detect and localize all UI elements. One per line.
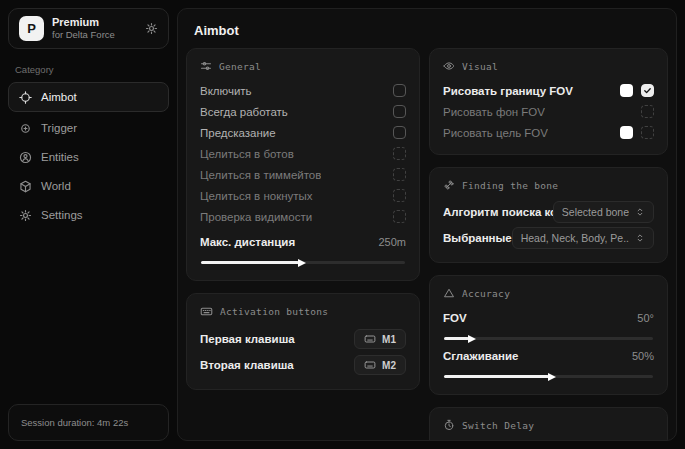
setting-label: Проверка видимости	[200, 211, 312, 223]
switch-delay-header: Switch Delay	[443, 419, 654, 431]
sidebar-item-label: Entities	[41, 151, 79, 163]
fov-border-color-swatch[interactable]	[620, 84, 633, 97]
settings-gear-icon	[19, 209, 32, 222]
second-key-value: M2	[382, 360, 396, 371]
keyboard-icon	[364, 359, 376, 371]
setting-label: Предсказание	[200, 127, 276, 139]
draw-fov-background-checkbox[interactable]	[641, 105, 654, 118]
general-header-label: General	[219, 61, 261, 72]
max-distance-block: Макс. дистанция 250m	[200, 231, 406, 264]
bones-header-label: Finding the bone	[462, 180, 558, 191]
setting-row-target-bots: Целиться в ботов	[200, 143, 406, 164]
crosshair-icon	[19, 91, 32, 104]
fov-slider[interactable]	[444, 337, 653, 340]
setting-label: Целиться в ботов	[200, 148, 294, 160]
selected-bones-value: Head, Neck, Body, Pe..	[521, 232, 629, 244]
draw-fov-target-checkbox[interactable]	[641, 126, 654, 139]
bone-algorithm-value: Selected bone	[562, 206, 629, 218]
visual-card: Visual Рисовать границу FOV Рисоват	[429, 48, 668, 155]
sidebar-item-aimbot[interactable]: Aimbot	[8, 82, 169, 112]
trigger-icon	[19, 122, 32, 135]
accuracy-card: Accuracy FOV 50° Сглаживание 50%	[429, 275, 668, 395]
draw-fov-background-label: Рисовать фон FOV	[443, 106, 545, 118]
enable-checkbox[interactable]	[393, 84, 406, 97]
gear-icon[interactable]	[145, 22, 158, 35]
smoothing-value: 50%	[632, 350, 654, 362]
world-icon	[19, 180, 32, 193]
sidebar-item-label: World	[41, 180, 71, 192]
session-duration: Session duration: 4m 22s	[8, 404, 169, 441]
draw-fov-border-checkbox[interactable]	[641, 84, 654, 97]
visibility-check-checkbox[interactable]	[393, 210, 406, 223]
bones-card: Finding the bone Алгоритм поиска кост Se…	[429, 167, 668, 263]
sidebar: P Premium for Delta Force Category Aimbo…	[0, 0, 177, 449]
app-name: Premium	[52, 16, 137, 29]
second-key-label: Вторая клавиша	[200, 359, 294, 371]
selected-bones-label: Выбранные кос	[443, 232, 512, 244]
bone-algorithm-dropdown[interactable]: Selected bone	[553, 201, 654, 223]
sidebar-item-label: Settings	[41, 209, 83, 221]
bone-icon	[443, 179, 455, 191]
second-key-row: Вторая клавиша M2	[200, 352, 406, 378]
target-knocked-checkbox[interactable]	[393, 189, 406, 202]
target-bots-checkbox[interactable]	[393, 147, 406, 160]
first-key-button[interactable]: M1	[354, 329, 406, 349]
visual-header: Visual	[443, 60, 654, 72]
app-logo: P	[19, 16, 44, 41]
page-title: Aimbot	[178, 9, 676, 48]
fov-block: FOV 50°	[443, 307, 654, 340]
accuracy-header: Accuracy	[443, 287, 654, 299]
sidebar-item-world[interactable]: World	[8, 172, 169, 200]
smoothing-block: Сглаживание 50%	[443, 345, 654, 378]
switch-delay-header-label: Switch Delay	[462, 420, 534, 431]
draw-fov-target-label: Рисовать цель FOV	[443, 127, 548, 139]
sidebar-item-label: Aimbot	[41, 91, 77, 103]
accuracy-header-label: Accuracy	[462, 288, 510, 299]
check-icon	[643, 86, 652, 95]
draw-fov-border-label: Рисовать границу FOV	[443, 85, 573, 97]
max-distance-slider[interactable]	[201, 261, 405, 264]
sidebar-item-trigger[interactable]: Trigger	[8, 114, 169, 142]
selected-bones-dropdown[interactable]: Head, Neck, Body, Pe..	[512, 227, 654, 249]
brand-card: P Premium for Delta Force	[8, 8, 169, 49]
keyboard-icon	[200, 305, 213, 318]
second-key-button[interactable]: M2	[354, 355, 406, 375]
fov-value: 50°	[637, 312, 654, 324]
sidebar-item-settings[interactable]: Settings	[8, 201, 169, 229]
smoothing-slider[interactable]	[444, 375, 653, 378]
setting-row-prediction: Предсказание	[200, 122, 406, 143]
max-distance-label: Макс. дистанция	[200, 236, 295, 248]
brand-text: Premium for Delta Force	[52, 16, 137, 41]
activation-header: Activation buttons	[200, 305, 406, 318]
prediction-checkbox[interactable]	[393, 126, 406, 139]
always-work-checkbox[interactable]	[393, 105, 406, 118]
target-teammates-checkbox[interactable]	[393, 168, 406, 181]
sliders-icon	[200, 60, 212, 72]
triangle-icon	[443, 287, 455, 299]
session-duration-label: Session duration: 4m 22s	[21, 417, 128, 428]
general-card: General Включить Всегда работать Предска…	[186, 48, 420, 281]
setting-row-always-work: Всегда работать	[200, 101, 406, 122]
general-header: General	[200, 60, 406, 72]
bone-algorithm-label: Алгоритм поиска кост	[443, 206, 553, 218]
setting-row-target-teammates: Целиться в тиммейтов	[200, 164, 406, 185]
bone-algorithm-row: Алгоритм поиска кост Selected bone	[443, 199, 654, 225]
first-key-label: Первая клавиша	[200, 333, 295, 345]
bones-header: Finding the bone	[443, 179, 654, 191]
unfold-icon	[635, 207, 645, 217]
setting-label: Целиться в нокнутых	[200, 190, 313, 202]
sidebar-item-label: Trigger	[41, 122, 77, 134]
smoothing-label: Сглаживание	[443, 350, 518, 362]
activation-header-label: Activation buttons	[220, 306, 328, 317]
fov-target-color-swatch[interactable]	[620, 126, 633, 139]
sidebar-item-entities[interactable]: Entities	[8, 143, 169, 171]
setting-row-enable: Включить	[200, 80, 406, 101]
switch-delay-toggle-row: Задержка переключения	[443, 439, 654, 441]
setting-label: Целиться в тиммейтов	[200, 169, 321, 181]
fov-row: FOV 50°	[443, 307, 654, 328]
keyboard-icon	[364, 333, 376, 345]
eye-icon	[443, 60, 455, 72]
switch-delay-card: Switch Delay Задержка переключения Задер…	[429, 407, 668, 441]
max-distance-row: Макс. дистанция 250m	[200, 231, 406, 252]
activation-card: Activation buttons Первая клавиша M1 Вто…	[186, 293, 420, 390]
